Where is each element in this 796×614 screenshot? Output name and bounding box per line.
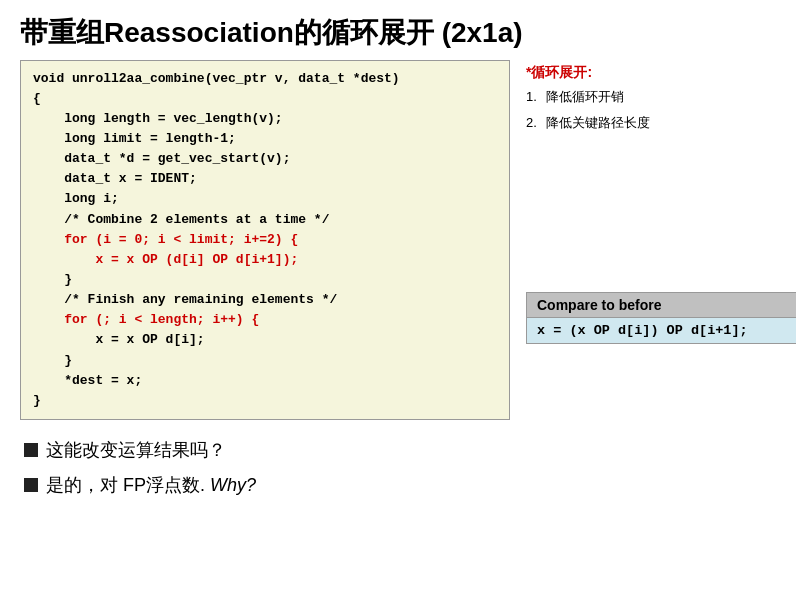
compare-value: x = (x OP d[i]) OP d[i+1]; <box>526 317 796 344</box>
code-line: for (; i < length; i++) { <box>33 310 497 330</box>
code-line: } <box>33 351 497 371</box>
italic-why: Why? <box>210 475 256 495</box>
code-line: x = x OP d[i]; <box>33 330 497 350</box>
code-line: long length = vec_length(v); <box>33 109 497 129</box>
compare-label: Compare to before <box>526 292 796 317</box>
notes-item-num: 1. <box>526 88 542 106</box>
bullet-item: 是的，对 FP浮点数. Why? <box>24 473 776 498</box>
code-line: } <box>33 391 497 411</box>
compare-box: Compare to before x = (x OP d[i]) OP d[i… <box>526 292 796 344</box>
main-area: void unroll2aa_combine(vec_ptr v, data_t… <box>20 60 776 420</box>
code-line: data_t *d = get_vec_start(v); <box>33 149 497 169</box>
bullet-text: 这能改变运算结果吗？ <box>46 438 226 463</box>
code-line: { <box>33 89 497 109</box>
notes-title: *循环展开: <box>526 64 726 82</box>
bullet-icon <box>24 443 38 457</box>
notes-list: 1.降低循环开销2.降低关键路径长度 <box>526 88 726 132</box>
code-line: *dest = x; <box>33 371 497 391</box>
code-line: } <box>33 270 497 290</box>
code-line: /* Finish any remaining elements */ <box>33 290 497 310</box>
bullet-item: 这能改变运算结果吗？ <box>24 438 776 463</box>
code-line: void unroll2aa_combine(vec_ptr v, data_t… <box>33 69 497 89</box>
code-line: /* Combine 2 elements at a time */ <box>33 210 497 230</box>
code-line: for (i = 0; i < limit; i+=2) { <box>33 230 497 250</box>
notes-item-text: 降低关键路径长度 <box>546 114 650 132</box>
code-line: data_t x = IDENT; <box>33 169 497 189</box>
bullet-text: 是的，对 FP浮点数. Why? <box>46 473 256 498</box>
bullet-icon <box>24 478 38 492</box>
code-line: x = x OP (d[i] OP d[i+1]); <box>33 250 497 270</box>
page-container: 带重组Reassociation的循环展开 (2x1a) void unroll… <box>0 0 796 614</box>
notes-list-item: 2.降低关键路径长度 <box>526 114 726 132</box>
sidebar-notes: *循环展开: 1.降低循环开销2.降低关键路径长度 Compare to bef… <box>526 60 726 420</box>
bottom-bullets: 这能改变运算结果吗？是的，对 FP浮点数. Why? <box>20 438 776 498</box>
code-box: void unroll2aa_combine(vec_ptr v, data_t… <box>20 60 510 420</box>
notes-list-item: 1.降低循环开销 <box>526 88 726 106</box>
code-line: long limit = length-1; <box>33 129 497 149</box>
notes-item-text: 降低循环开销 <box>546 88 624 106</box>
notes-item-num: 2. <box>526 114 542 132</box>
code-line: long i; <box>33 189 497 209</box>
page-title: 带重组Reassociation的循环展开 (2x1a) <box>20 16 776 50</box>
